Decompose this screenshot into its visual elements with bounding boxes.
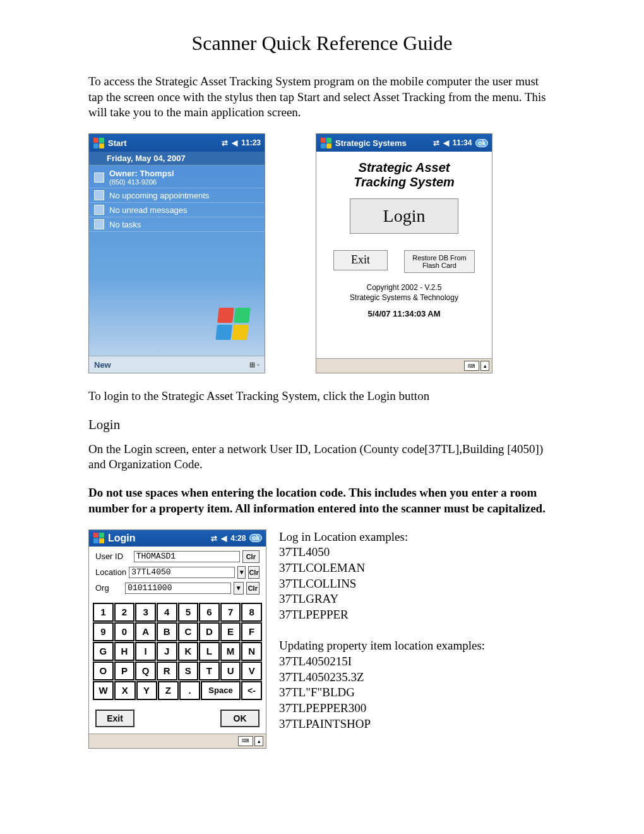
location-input[interactable] — [129, 567, 235, 578]
key-f[interactable]: F — [241, 622, 262, 641]
key-i[interactable]: I — [135, 642, 156, 661]
dropdown-button[interactable]: ▾ — [237, 566, 246, 579]
clear-button[interactable]: Clr — [248, 566, 259, 579]
ok-button[interactable]: ok — [249, 534, 262, 542]
owner-phone: (850) 413-9206 — [109, 178, 174, 186]
windows-icon — [93, 533, 104, 544]
appointments-row[interactable]: No upcoming appointments — [89, 188, 265, 203]
new-button[interactable]: New — [94, 360, 111, 370]
ok-button[interactable]: OK — [220, 710, 259, 727]
owner-label: Owner: Thompsl — [109, 169, 174, 178]
keyboard-icon[interactable]: ⌨ — [464, 361, 479, 371]
date-line: Friday, May 04, 2007 — [89, 152, 265, 166]
example-item: 37TLPEPPER300 — [279, 701, 485, 716]
exit-button[interactable]: Exit — [95, 710, 134, 727]
key-a[interactable]: A — [135, 622, 156, 641]
key-r[interactable]: R — [157, 662, 177, 680]
location-label: Location — [95, 567, 126, 577]
key-<-[interactable]: <- — [241, 681, 262, 700]
key-v[interactable]: V — [241, 662, 262, 680]
login-button[interactable]: Login — [350, 198, 458, 234]
key-u[interactable]: U — [220, 662, 241, 680]
titlebar: Login ⇄ ◀ 4:28 ok — [89, 530, 266, 547]
key-3[interactable]: 3 — [135, 603, 156, 622]
volume-icon: ◀ — [443, 138, 449, 147]
userid-label: User ID — [95, 552, 131, 561]
restore-db-button[interactable]: Restore DB From Flash Card — [404, 250, 475, 273]
key-m[interactable]: M — [220, 642, 241, 661]
start-screen: Start ⇄ ◀ 11:23 Friday, May 04, 2007 Own… — [88, 133, 265, 373]
examples-heading-1: Log in Location examples: — [279, 529, 485, 545]
key-o[interactable]: O — [93, 662, 114, 680]
key-8[interactable]: 8 — [241, 603, 262, 622]
titlebar: Strategic Systems ⇄ ◀ 11:34 ok — [316, 134, 492, 152]
connectivity-icon: ⇄ — [433, 138, 439, 147]
volume-icon: ◀ — [232, 138, 237, 147]
key-2[interactable]: 2 — [114, 603, 135, 622]
messages-text: No unread messages — [109, 205, 188, 215]
key-g[interactable]: G — [93, 642, 114, 661]
key-q[interactable]: Q — [135, 662, 156, 680]
clear-button[interactable]: Clr — [242, 550, 259, 563]
tasks-row[interactable]: No tasks — [89, 217, 265, 232]
dropdown-button[interactable]: ▾ — [234, 582, 243, 595]
clear-button[interactable]: Clr — [246, 582, 259, 595]
example-item: 37TL"F"BLDG — [279, 685, 485, 701]
example-item: 37TL4050 — [279, 545, 485, 560]
key-x[interactable]: X — [114, 681, 135, 700]
key-4[interactable]: 4 — [157, 603, 177, 622]
org-input[interactable] — [125, 583, 231, 594]
key-.[interactable]: . — [179, 681, 200, 700]
example-item: 37TLPAINTSHOP — [279, 716, 485, 732]
key-6[interactable]: 6 — [199, 603, 220, 622]
key-1[interactable]: 1 — [93, 603, 114, 622]
example-item: 37TL4050215I — [279, 654, 485, 670]
windows-icon — [320, 137, 331, 148]
owner-row[interactable]: Owner: Thompsl (850) 413-9206 — [89, 167, 265, 188]
calendar-icon — [94, 190, 104, 200]
softkey-bar: New ⊞ ▫ — [89, 356, 265, 373]
screen-title: Login — [108, 533, 136, 544]
key-n[interactable]: N — [241, 642, 262, 661]
key-0[interactable]: 0 — [114, 622, 135, 641]
sats-screen: Strategic Systems ⇄ ◀ 11:34 ok Strategic… — [316, 133, 492, 373]
example-item: 37TLGRAY — [279, 591, 485, 607]
key-w[interactable]: W — [93, 681, 114, 700]
screenshots-row: Start ⇄ ◀ 11:23 Friday, May 04, 2007 Own… — [88, 133, 556, 373]
key-b[interactable]: B — [157, 622, 177, 641]
key-c[interactable]: C — [178, 622, 199, 641]
key-7[interactable]: 7 — [220, 603, 241, 622]
sip-arrow-icon[interactable]: ▴ — [480, 361, 489, 371]
userid-input[interactable] — [134, 551, 240, 562]
owner-icon — [94, 172, 104, 183]
ok-button[interactable]: ok — [475, 139, 488, 147]
key-p[interactable]: P — [114, 662, 135, 680]
key-y[interactable]: Y — [136, 681, 157, 700]
appointments-text: No upcoming appointments — [109, 191, 209, 200]
key-9[interactable]: 9 — [93, 622, 114, 641]
timestamp: 5/4/07 11:34:03 AM — [316, 309, 492, 318]
key-e[interactable]: E — [220, 622, 241, 641]
key-s[interactable]: S — [178, 662, 199, 680]
status-tray: ⇄ ◀ 11:23 — [222, 138, 261, 147]
key-k[interactable]: K — [178, 642, 199, 661]
app-title: Strategic Systems — [335, 138, 407, 148]
start-label[interactable]: Start — [108, 138, 127, 148]
exit-button[interactable]: Exit — [333, 250, 388, 270]
key-j[interactable]: J — [157, 642, 177, 661]
messages-row[interactable]: No unread messages — [89, 203, 265, 217]
key-space[interactable]: Space — [201, 681, 241, 700]
key-h[interactable]: H — [114, 642, 135, 661]
key-5[interactable]: 5 — [178, 603, 199, 622]
key-d[interactable]: D — [199, 622, 220, 641]
key-l[interactable]: L — [199, 642, 220, 661]
tasks-text: No tasks — [109, 220, 141, 229]
clock: 4:28 — [230, 534, 246, 543]
today-list: Owner: Thompsl (850) 413-9206 No upcomin… — [89, 166, 265, 233]
key-z[interactable]: Z — [158, 681, 179, 700]
onscreen-keypad: 1234567890ABCDEFGHIJKLMNOPQRSTUVWXYZ.Spa… — [89, 600, 266, 706]
keyboard-icon[interactable]: ⌨ — [238, 736, 253, 746]
sip-arrow-icon[interactable]: ▴ — [254, 736, 263, 746]
login-screen: Login ⇄ ◀ 4:28 ok User ID Clr Location — [88, 529, 266, 749]
key-t[interactable]: T — [199, 662, 220, 680]
